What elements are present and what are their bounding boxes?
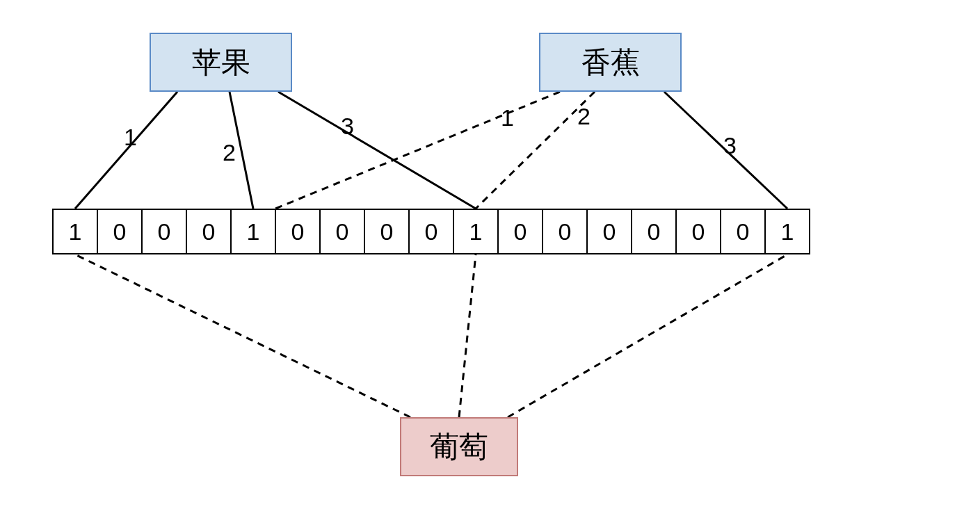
node-banana-label: 香蕉 xyxy=(581,43,640,82)
bit-value: 0 xyxy=(425,218,438,245)
bit-value: 0 xyxy=(158,218,171,245)
bit-value: 0 xyxy=(202,218,216,245)
bit-cell: 0 xyxy=(497,209,543,254)
bit-value: 0 xyxy=(559,218,572,245)
bit-cell: 1 xyxy=(230,209,276,254)
edge-label-banana-2: 2 xyxy=(577,103,591,130)
bit-cell: 0 xyxy=(408,209,454,254)
bit-value: 0 xyxy=(380,218,394,245)
bit-cell: 0 xyxy=(97,209,143,254)
bit-cell: 0 xyxy=(275,209,321,254)
svg-line-7 xyxy=(459,254,476,417)
bit-value: 0 xyxy=(336,218,349,245)
bit-cell: 0 xyxy=(586,209,632,254)
edge-label-apple-2: 2 xyxy=(223,139,236,166)
bit-cell: 0 xyxy=(186,209,232,254)
diagram-canvas: 苹果 香蕉 葡萄 1 0 0 0 1 0 0 0 0 1 0 0 0 0 0 0… xyxy=(0,0,980,518)
bit-cell: 0 xyxy=(319,209,365,254)
bit-cell: 1 xyxy=(764,209,810,254)
svg-line-6 xyxy=(75,254,410,417)
node-banana: 香蕉 xyxy=(539,33,682,92)
node-apple: 苹果 xyxy=(150,33,292,92)
svg-line-8 xyxy=(508,254,787,417)
svg-line-2 xyxy=(278,92,476,209)
bit-cell: 0 xyxy=(675,209,721,254)
edge-label-apple-3: 3 xyxy=(341,113,354,140)
edge-label-banana-3: 3 xyxy=(723,132,737,159)
bit-value: 0 xyxy=(514,218,527,245)
node-grape: 葡萄 xyxy=(400,417,518,476)
bit-value: 1 xyxy=(469,218,483,245)
bit-value: 0 xyxy=(113,218,127,245)
bit-cell: 0 xyxy=(364,209,410,254)
bit-cell: 0 xyxy=(631,209,677,254)
edge-label-apple-1: 1 xyxy=(124,124,137,151)
bit-cell: 1 xyxy=(453,209,499,254)
svg-line-3 xyxy=(275,92,560,209)
bit-cell: 0 xyxy=(542,209,588,254)
bit-value: 0 xyxy=(648,218,661,245)
bit-cell: 0 xyxy=(720,209,766,254)
bit-array: 1 0 0 0 1 0 0 0 0 1 0 0 0 0 0 0 1 xyxy=(52,209,810,254)
bit-value: 0 xyxy=(737,218,750,245)
bit-value: 1 xyxy=(247,218,260,245)
bit-cell: 1 xyxy=(52,209,98,254)
node-apple-label: 苹果 xyxy=(192,43,250,82)
bit-value: 0 xyxy=(692,218,705,245)
bit-value: 0 xyxy=(291,218,305,245)
node-grape-label: 葡萄 xyxy=(430,428,488,467)
bit-value: 1 xyxy=(781,218,794,245)
bit-cell: 0 xyxy=(141,209,187,254)
bit-value: 1 xyxy=(69,218,82,245)
edge-label-banana-1: 1 xyxy=(501,104,514,131)
bit-value: 0 xyxy=(603,218,616,245)
